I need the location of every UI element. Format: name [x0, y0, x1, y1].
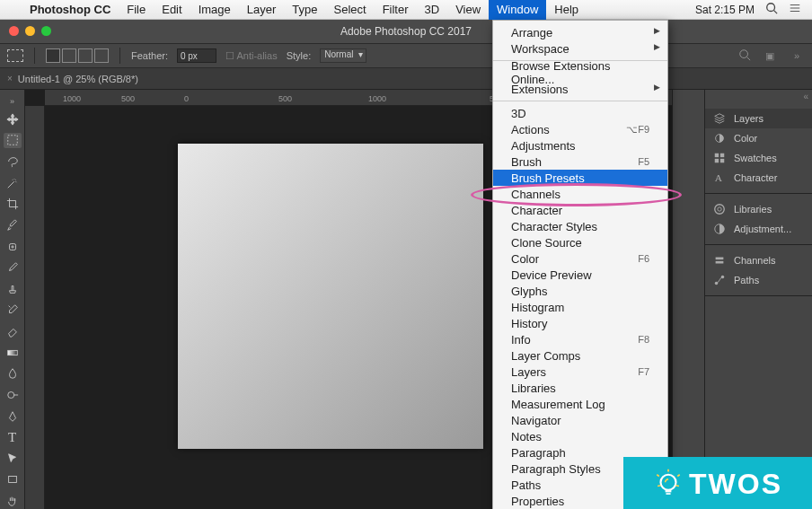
menu-item-channels[interactable]: Channels [493, 186, 667, 202]
menu-item-actions[interactable]: Actions⌥F9 [493, 121, 667, 137]
menu-item-shortcut: ⌥F9 [626, 124, 649, 136]
healing-brush-tool[interactable] [4, 239, 22, 255]
crop-tool[interactable] [4, 197, 22, 213]
panel-tab-color[interactable]: Color [705, 128, 812, 148]
window-minimize-button[interactable] [25, 26, 35, 36]
feather-input[interactable] [177, 48, 216, 63]
eyedropper-tool[interactable] [4, 217, 22, 233]
menu-item-history[interactable]: History [493, 315, 667, 331]
workspace-quick-icon[interactable]: ▣ [760, 50, 780, 62]
menu-item-label: Navigator [511, 414, 561, 427]
menu-item-layer-comps[interactable]: Layer Comps [493, 347, 667, 364]
selection-subtract-icon[interactable] [78, 48, 93, 63]
menu-item-brush-presets[interactable]: Brush Presets [493, 170, 667, 186]
menubar-layer[interactable]: Layer [239, 0, 285, 20]
dodge-tool[interactable] [4, 387, 22, 403]
style-select[interactable]: Normal ▾ [320, 48, 366, 63]
menubar-type[interactable]: Type [284, 0, 325, 20]
menubar-app[interactable]: Photoshop CC [22, 0, 119, 20]
menubar-select[interactable]: Select [325, 0, 374, 20]
menu-item-character[interactable]: Character [493, 202, 667, 218]
document-tab[interactable]: × Untitled-1 @ 25% (RGB/8*) [7, 74, 138, 84]
menubar-help[interactable]: Help [546, 0, 587, 20]
magic-wand-tool[interactable] [4, 175, 22, 191]
search-icon[interactable] [738, 48, 751, 63]
pen-tool[interactable] [4, 408, 22, 425]
menu-item-libraries[interactable]: Libraries [493, 380, 667, 396]
panel-tab-adjust[interactable]: Adjustment... [705, 219, 812, 239]
menubar-file[interactable]: File [119, 0, 154, 20]
menubar-view[interactable]: View [447, 0, 489, 20]
panel-tab-character[interactable]: ACharacter [705, 168, 812, 188]
ruler-mark: 1000 [63, 94, 81, 103]
panel-tab-label: Layers [734, 113, 763, 124]
menu-item-label: Workspace [511, 42, 569, 56]
menubar-window[interactable]: Window [489, 0, 546, 20]
eraser-tool[interactable] [4, 323, 22, 339]
window-close-button[interactable] [9, 26, 19, 36]
menu-list-icon[interactable] [789, 2, 801, 17]
menu-item-workspace[interactable]: Workspace [493, 40, 667, 57]
menu-item-notes[interactable]: Notes [493, 428, 667, 444]
svg-rect-7 [7, 136, 17, 145]
panel-expand-icon[interactable]: « [705, 90, 812, 103]
spotlight-icon[interactable] [765, 2, 778, 17]
panel-tab-layers[interactable]: Layers [705, 109, 812, 128]
window-zoom-button[interactable] [41, 26, 51, 36]
menubar-image[interactable]: Image [190, 0, 239, 20]
selection-add-icon[interactable] [62, 48, 76, 63]
selection-new-icon[interactable] [46, 48, 60, 63]
panel-tab-libraries[interactable]: Libraries [705, 199, 812, 219]
marquee-tool[interactable] [4, 133, 22, 149]
marquee-tool-preset-icon[interactable] [7, 49, 23, 62]
menu-item-extensions[interactable]: Extensions [493, 81, 667, 97]
menubar-3d[interactable]: 3D [417, 0, 448, 20]
document-tabbar: × Untitled-1 @ 25% (RGB/8*) [0, 68, 812, 90]
adjust-icon [712, 222, 727, 236]
menu-item-3d[interactable]: 3D [493, 105, 667, 121]
history-brush-tool[interactable] [4, 303, 22, 319]
menu-item-measurement-log[interactable]: Measurement Log [493, 396, 667, 412]
hand-tool[interactable] [4, 493, 22, 509]
selection-intersect-icon[interactable] [94, 48, 109, 63]
menu-item-character-styles[interactable]: Character Styles [493, 218, 667, 234]
rectangle-tool[interactable] [4, 472, 22, 488]
menu-item-label: Extensions [511, 83, 569, 96]
panel-tab-paths[interactable]: Paths [705, 270, 812, 290]
type-tool[interactable]: T [4, 429, 22, 445]
menu-item-adjustments[interactable]: Adjustments [493, 137, 667, 154]
brush-tool[interactable] [4, 259, 22, 276]
menu-item-brush[interactable]: BrushF5 [493, 154, 667, 170]
clock: Sat 2:15 PM [695, 4, 755, 16]
menu-item-label: Clone Source [511, 236, 582, 250]
menu-item-info[interactable]: InfoF8 [493, 331, 667, 347]
move-tool[interactable] [4, 111, 22, 127]
close-tab-icon[interactable]: × [7, 74, 13, 83]
blur-tool[interactable] [4, 366, 22, 382]
menu-item-clone-source[interactable]: Clone Source [493, 234, 667, 250]
menu-item-arrange[interactable]: Arrange [493, 24, 667, 40]
menu-item-color[interactable]: ColorF6 [493, 250, 667, 267]
svg-rect-22 [716, 261, 724, 264]
clone-stamp-tool[interactable] [4, 281, 22, 297]
path-selection-tool[interactable] [4, 451, 22, 467]
menubar-edit[interactable]: Edit [154, 0, 190, 20]
menu-item-browse-extensions-online[interactable]: Browse Extensions Online... [493, 65, 667, 81]
panel-tab-channels[interactable]: Channels [705, 250, 812, 270]
menubar-filter[interactable]: Filter [375, 0, 417, 20]
swatches-icon [712, 151, 727, 165]
menu-item-layers[interactable]: LayersF7 [493, 364, 667, 380]
menu-item-label: Channels [511, 188, 560, 201]
gradient-tool[interactable] [4, 345, 22, 361]
document-canvas[interactable] [178, 144, 483, 449]
ruler-mark: 0 [184, 94, 189, 103]
panel-tab-swatches[interactable]: Swatches [705, 148, 812, 168]
right-dock-collapsed[interactable] [672, 90, 704, 509]
toolbar-collapse-icon[interactable]: » [4, 97, 20, 106]
lasso-tool[interactable] [4, 154, 22, 170]
menu-item-glyphs[interactable]: Glyphs [493, 283, 667, 299]
menu-item-histogram[interactable]: Histogram [493, 299, 667, 315]
panel-collapse-icon[interactable]: » [789, 50, 805, 61]
menu-item-device-preview[interactable]: Device Preview [493, 267, 667, 283]
menu-item-navigator[interactable]: Navigator [493, 412, 667, 428]
